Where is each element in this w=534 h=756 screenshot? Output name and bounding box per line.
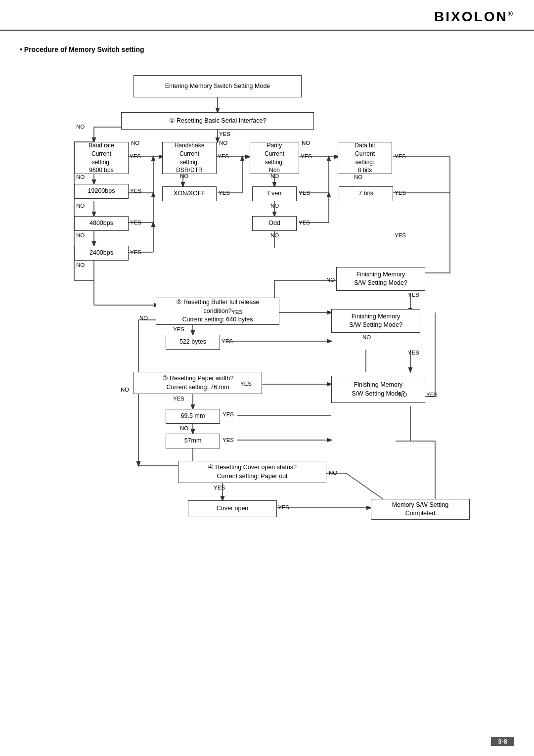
label-no-handshake-down: NO bbox=[180, 173, 188, 179]
label-no-finishing3: NO bbox=[399, 392, 407, 398]
box-xon-xoff: XON/XOFF bbox=[162, 186, 217, 201]
label-no-parity: NO bbox=[219, 140, 227, 146]
brand-reg: ® bbox=[508, 10, 514, 18]
box-handshake: Handshake Current setting: DSR/DTR bbox=[162, 142, 217, 174]
box-data-bit: Data bit Current setting: 8 bits bbox=[338, 142, 392, 174]
box-finishing2: Finishing Memory S/W Setting Mode? bbox=[331, 309, 420, 333]
label-no-baud-down: NO bbox=[76, 174, 85, 180]
label-no-buffer: NO bbox=[139, 315, 148, 321]
brand-name: BIXOLON bbox=[434, 9, 508, 24]
label-yes-serial: YES bbox=[219, 131, 230, 137]
box-4800: 4800bps bbox=[74, 216, 129, 231]
box-finishing3: Finishing Memory S/W Setting Mode? bbox=[331, 376, 425, 403]
label-no-even-down: NO bbox=[270, 203, 279, 209]
label-yes-finishing2: YES bbox=[408, 350, 419, 356]
label-no-parity-down: NO bbox=[270, 173, 279, 179]
box-2400: 2400bps bbox=[74, 246, 129, 261]
label-yes-handshake: YES bbox=[218, 153, 229, 159]
label-no-2400-down: NO bbox=[76, 262, 85, 268]
page-number: 3-8 bbox=[491, 737, 514, 746]
box-reset-serial: ① Resetting Basic Serial Interface? bbox=[121, 112, 314, 130]
label-no-databit-down: NO bbox=[354, 174, 362, 180]
label-yes-7bits: YES bbox=[395, 190, 406, 196]
brand-logo: BIXOLON® bbox=[434, 9, 514, 25]
section-title: • Procedure of Memory Switch setting bbox=[20, 45, 514, 53]
page-body: • Procedure of Memory Switch setting bbox=[0, 31, 534, 718]
box-memory-completed: Memory S/W Setting Completed bbox=[371, 499, 470, 520]
box-reset-buffer: ② Resetting Buffer full release conditio… bbox=[156, 298, 279, 325]
box-522: 522 bytes bbox=[166, 335, 220, 350]
label-yes-paper: YES bbox=[173, 396, 184, 401]
label-no-databit: NO bbox=[302, 140, 310, 146]
label-no-695-down: NO bbox=[180, 425, 188, 431]
label-yes-57mm: YES bbox=[222, 437, 234, 443]
label-yes-parity: YES bbox=[301, 153, 312, 159]
label-no-cover-right: NO bbox=[329, 470, 337, 476]
box-finishing1: Finishing Memory S/W Setting Mode? bbox=[336, 267, 425, 291]
label-yes-odd: YES bbox=[299, 220, 310, 225]
flowchart: Entering Memory Switch Setting Mode ① Re… bbox=[25, 65, 509, 698]
label-yes-buffer-right: YES bbox=[231, 309, 243, 315]
label-yes-xonxoff: YES bbox=[219, 190, 230, 196]
box-57mm: 57mm bbox=[166, 434, 220, 448]
header: BIXOLON® bbox=[0, 0, 534, 31]
label-yes-baud: YES bbox=[130, 153, 141, 159]
label-yes-4800: YES bbox=[130, 220, 141, 225]
label-yes-695-right: YES bbox=[222, 411, 234, 417]
box-cover-open: Cover open bbox=[188, 500, 277, 517]
label-yes-cover-open: YES bbox=[278, 504, 289, 510]
box-7bits: 7 bits bbox=[339, 186, 393, 201]
label-no-handshake: NO bbox=[131, 140, 139, 146]
label-no-serial: NO bbox=[76, 124, 85, 130]
box-enter-mode: Entering Memory Switch Setting Mode bbox=[134, 75, 302, 97]
box-odd: Odd bbox=[252, 216, 297, 231]
label-no-4800-down: NO bbox=[76, 232, 85, 238]
box-baud-rate: Baud rate Current setting: 9600 bps bbox=[74, 142, 129, 174]
label-yes-even: YES bbox=[299, 190, 310, 196]
label-yes-buffer: YES bbox=[173, 326, 184, 332]
label-yes-databit: YES bbox=[395, 153, 406, 159]
label-yes-paper-right: YES bbox=[240, 381, 252, 387]
label-no-finishing2: NO bbox=[362, 334, 371, 340]
label-yes-522: YES bbox=[222, 338, 233, 344]
box-695: 69.5 mm bbox=[166, 409, 220, 424]
label-yes-19200: YES bbox=[130, 188, 141, 194]
label-no-finishing1: NO bbox=[326, 277, 335, 283]
label-no-paper: NO bbox=[121, 387, 129, 393]
label-yes-finishing3: YES bbox=[426, 392, 438, 398]
label-yes-finishing1: YES bbox=[408, 292, 419, 298]
label-no-19200-down: NO bbox=[76, 203, 85, 209]
box-19200: 19200bps bbox=[74, 184, 129, 199]
label-yes-cover: YES bbox=[214, 485, 225, 490]
box-parity: Parity Current setting: Non bbox=[250, 142, 299, 174]
label-yes-right: YES bbox=[395, 232, 406, 238]
label-no-odd-down: NO bbox=[270, 232, 279, 238]
box-even: Even bbox=[252, 186, 297, 201]
label-yes-2400: YES bbox=[130, 249, 141, 255]
box-reset-cover: ④ Resetting Cover open status? Current s… bbox=[178, 461, 326, 483]
